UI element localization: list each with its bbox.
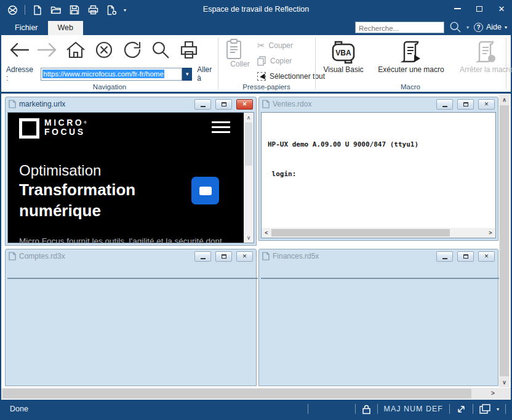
run-macro-icon bbox=[369, 38, 453, 65]
marketing-body-text: Micro Focus fournit les outils, l'agilit… bbox=[19, 236, 234, 243]
ventes-minimize-button[interactable] bbox=[436, 99, 453, 110]
refresh-button[interactable] bbox=[119, 38, 145, 62]
scroll-right-icon[interactable]: > bbox=[486, 228, 495, 238]
finances-terminal[interactable]: Sign On System . . . . . :ATM41 Subsyste… bbox=[261, 278, 500, 279]
scroll-right-icon[interactable]: > bbox=[487, 388, 498, 399]
finances-restore-button[interactable] bbox=[457, 251, 474, 262]
marketing-titlebar[interactable]: marketing.urlx ✕ bbox=[6, 97, 256, 111]
workspace-horizontal-scrollbar[interactable]: > bbox=[1, 388, 511, 399]
minimize-button[interactable] bbox=[450, 2, 464, 15]
ribbon-tab-row: Fichier Web ▾ ? Aide ▾ bbox=[0, 20, 512, 35]
scroll-down-icon[interactable]: ∨ bbox=[499, 378, 510, 387]
hamburger-menu-icon[interactable] bbox=[212, 121, 230, 136]
cut-label: Couper bbox=[269, 41, 293, 50]
forward-button[interactable] bbox=[34, 38, 60, 62]
home-button[interactable] bbox=[63, 38, 89, 62]
select-all-icon bbox=[257, 72, 266, 81]
window-controls: ✕ bbox=[450, 2, 508, 15]
address-label: Adresse : bbox=[6, 65, 37, 83]
cascade-dropdown-caret[interactable]: ▾ bbox=[497, 406, 499, 412]
clipboard-group-label: Presse-papiers bbox=[218, 83, 315, 91]
status-text: Done bbox=[0, 405, 28, 413]
document-icon bbox=[9, 252, 16, 260]
marketing-minimize-button[interactable] bbox=[194, 99, 211, 110]
stop-macro-button[interactable]: Arrêter la macro bbox=[455, 38, 512, 74]
terminal-line: login: bbox=[268, 169, 495, 179]
document-icon bbox=[262, 252, 270, 260]
marketing-heading-light: Optimisation bbox=[19, 162, 101, 179]
help-label: Aide bbox=[486, 23, 502, 31]
ventes-close-button[interactable]: ✕ bbox=[478, 99, 495, 110]
ventes-titlebar[interactable]: Ventes.rdox ✕ bbox=[259, 97, 498, 111]
status-bar: Done MAJ NUM DEF ▾ bbox=[0, 400, 512, 418]
document-icon bbox=[262, 100, 270, 108]
visual-basic-button[interactable]: VBA Visual Basic bbox=[319, 38, 368, 74]
chat-button[interactable] bbox=[191, 177, 219, 204]
close-button[interactable]: ✕ bbox=[495, 2, 508, 15]
finances-minimize-button[interactable] bbox=[436, 251, 453, 262]
microfocus-logo: MICRO® FOCUS bbox=[19, 118, 89, 139]
scroll-up-icon[interactable]: ∧ bbox=[244, 113, 254, 122]
child-window-marketing: marketing.urlx ✕ MICRO® FOCUS bbox=[5, 97, 257, 246]
marketing-vertical-scrollbar[interactable]: ∧ ∨ bbox=[244, 113, 254, 243]
app-titlebar[interactable]: ▾ Espace de travail de Reflection ✕ bbox=[0, 0, 512, 20]
help-button[interactable]: ? Aide ▾ bbox=[474, 23, 507, 32]
comptes-close-button[interactable]: ✕ bbox=[236, 251, 253, 262]
help-icon: ? bbox=[474, 23, 483, 32]
stop-macro-label: Arrêter la macro bbox=[455, 65, 512, 74]
navigation-group-label: Navigation bbox=[1, 83, 218, 91]
marketing-heading-bold-2: numérique bbox=[19, 201, 101, 220]
tab-fichier[interactable]: Fichier bbox=[5, 21, 48, 35]
back-button[interactable] bbox=[6, 38, 32, 62]
run-macro-label: Exécuter une macro bbox=[369, 65, 453, 74]
tab-web[interactable]: Web bbox=[48, 21, 83, 35]
paste-icon bbox=[225, 39, 255, 60]
visual-basic-label: Visual Basic bbox=[319, 65, 368, 74]
scroll-up-icon[interactable]: ∧ bbox=[499, 95, 510, 105]
comptes-minimize-button[interactable] bbox=[194, 251, 211, 262]
run-macro-button[interactable]: Exécuter une macro bbox=[369, 38, 453, 74]
cut-button[interactable]: ✂ Couper bbox=[257, 40, 293, 51]
address-input[interactable]: https://www.microfocus.com/fr-fr/home bbox=[41, 68, 182, 81]
print-page-button[interactable] bbox=[176, 38, 202, 62]
search-page-button[interactable] bbox=[148, 38, 174, 62]
comptes-terminal[interactable]: ATM VM/ESA ONLINE ££ ££ £££££££ £££ £££ … bbox=[7, 278, 258, 279]
ventes-terminal[interactable]: HP-UX demo A.09.00 U 9000/847 (ttyu1) lo… bbox=[261, 112, 496, 238]
scroll-down-icon[interactable]: ∨ bbox=[244, 233, 254, 242]
marketing-heading-bold-1: Transformation bbox=[19, 180, 135, 200]
search-scope-caret[interactable]: ▾ bbox=[466, 25, 469, 30]
stop-button[interactable] bbox=[91, 38, 117, 62]
ventes-horizontal-scrollbar[interactable]: < > bbox=[262, 228, 495, 238]
keyboard-state-indicator: MAJ NUM DEF bbox=[384, 405, 443, 413]
marketing-content[interactable]: MICRO® FOCUS Optimisation Transformation… bbox=[7, 112, 254, 243]
ribbon-separator bbox=[506, 38, 506, 89]
search-box bbox=[355, 22, 444, 33]
marketing-restore-button[interactable] bbox=[215, 99, 232, 110]
macro-group-label: Macro bbox=[315, 83, 506, 91]
resize-arrows-icon[interactable] bbox=[456, 404, 466, 414]
search-icon[interactable] bbox=[449, 21, 462, 33]
finances-close-button[interactable]: ✕ bbox=[478, 251, 495, 262]
copy-icon bbox=[257, 56, 266, 66]
paste-button[interactable]: Coller bbox=[225, 39, 255, 68]
scroll-left-icon[interactable]: < bbox=[262, 228, 271, 238]
ventes-restore-button[interactable] bbox=[457, 99, 474, 110]
workspace-vertical-scrollbar[interactable]: ∧ ∨ bbox=[499, 95, 510, 387]
maximize-button[interactable] bbox=[473, 2, 486, 15]
cascade-windows-icon[interactable] bbox=[479, 404, 490, 414]
address-dropdown-button[interactable]: ▼ bbox=[182, 68, 192, 81]
go-to-button[interactable]: Aller à bbox=[197, 65, 218, 83]
group-macro: VBA Visual Basic Exécuter une macro Arrê… bbox=[315, 35, 506, 92]
marketing-close-button[interactable]: ✕ bbox=[236, 99, 253, 110]
ventes-title: Ventes.rdox bbox=[273, 100, 432, 108]
finances-titlebar[interactable]: Finances.rd5x ✕ bbox=[259, 249, 498, 263]
help-caret[interactable]: ▾ bbox=[505, 25, 507, 30]
comptes-titlebar[interactable]: Comptes.rd3x ✕ bbox=[6, 249, 256, 263]
child-window-finances: Finances.rd5x ✕ Sign On System . . . . .… bbox=[258, 249, 498, 386]
copy-button[interactable]: Copier bbox=[257, 56, 292, 66]
search-input[interactable] bbox=[356, 23, 444, 33]
lock-icon[interactable] bbox=[362, 404, 371, 414]
child-window-comptes: Comptes.rd3x ✕ ATM VM/ESA ONLINE ££ ££ £… bbox=[5, 249, 257, 386]
scissors-icon: ✂ bbox=[257, 40, 265, 51]
comptes-restore-button[interactable] bbox=[215, 251, 232, 262]
